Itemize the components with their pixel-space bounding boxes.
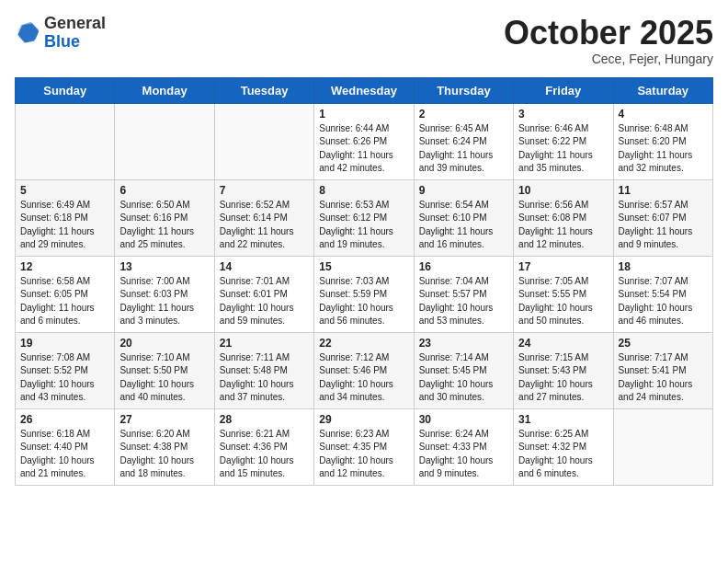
day-info: Sunrise: 6:24 AMSunset: 4:33 PMDaylight:… [419, 428, 508, 481]
col-header-tuesday: Tuesday [214, 77, 313, 103]
calendar-cell: 14Sunrise: 7:01 AMSunset: 6:01 PMDayligh… [214, 256, 313, 332]
logo-blue: Blue [44, 33, 106, 52]
day-number: 25 [619, 337, 708, 350]
calendar-cell: 1Sunrise: 6:44 AMSunset: 6:26 PMDaylight… [314, 103, 414, 179]
calendar-week-row: 5Sunrise: 6:49 AMSunset: 6:18 PMDaylight… [16, 179, 713, 256]
calendar-header-row: SundayMondayTuesdayWednesdayThursdayFrid… [16, 77, 713, 103]
col-header-wednesday: Wednesday [314, 77, 414, 103]
calendar-cell: 17Sunrise: 7:05 AMSunset: 5:55 PMDayligh… [514, 256, 613, 332]
calendar-cell: 29Sunrise: 6:23 AMSunset: 4:35 PMDayligh… [314, 408, 414, 485]
day-info: Sunrise: 7:14 AMSunset: 5:45 PMDaylight:… [419, 351, 508, 405]
day-number: 20 [119, 337, 209, 350]
day-info: Sunrise: 6:53 AMSunset: 6:12 PMDaylight:… [319, 199, 408, 252]
page-header: General Blue October 2025 Cece, Fejer, H… [15, 15, 713, 66]
day-number: 26 [20, 413, 109, 426]
day-number: 30 [419, 413, 508, 426]
day-info: Sunrise: 6:18 AMSunset: 4:40 PMDaylight:… [20, 428, 109, 481]
calendar-cell: 3Sunrise: 6:46 AMSunset: 6:22 PMDaylight… [514, 103, 613, 179]
day-number: 27 [119, 413, 209, 426]
calendar-table: SundayMondayTuesdayWednesdayThursdayFrid… [15, 77, 713, 486]
calendar-cell [613, 408, 712, 485]
day-number: 4 [619, 108, 708, 121]
calendar-cell [214, 103, 313, 179]
day-info: Sunrise: 6:45 AMSunset: 6:24 PMDaylight:… [419, 122, 508, 176]
calendar-cell: 31Sunrise: 6:25 AMSunset: 4:32 PMDayligh… [514, 408, 613, 485]
day-info: Sunrise: 6:21 AMSunset: 4:36 PMDaylight:… [220, 428, 309, 481]
calendar-cell: 27Sunrise: 6:20 AMSunset: 4:38 PMDayligh… [115, 408, 214, 485]
day-number: 5 [20, 184, 109, 197]
day-info: Sunrise: 6:56 AMSunset: 6:08 PMDaylight:… [518, 199, 608, 252]
day-info: Sunrise: 7:07 AMSunset: 5:54 PMDaylight:… [619, 275, 708, 328]
calendar-cell: 22Sunrise: 7:12 AMSunset: 5:46 PMDayligh… [314, 332, 414, 408]
day-number: 11 [619, 184, 708, 197]
day-info: Sunrise: 6:58 AMSunset: 6:05 PMDaylight:… [20, 275, 109, 328]
day-info: Sunrise: 6:57 AMSunset: 6:07 PMDaylight:… [619, 199, 708, 252]
day-info: Sunrise: 7:08 AMSunset: 5:52 PMDaylight:… [20, 351, 109, 405]
day-number: 29 [319, 413, 408, 426]
calendar-cell: 7Sunrise: 6:52 AMSunset: 6:14 PMDaylight… [214, 179, 313, 256]
col-header-thursday: Thursday [414, 77, 513, 103]
location-subtitle: Cece, Fejer, Hungary [504, 52, 713, 66]
day-number: 12 [20, 260, 109, 273]
calendar-cell: 2Sunrise: 6:45 AMSunset: 6:24 PMDaylight… [414, 103, 513, 179]
month-title: October 2025 [504, 15, 713, 52]
calendar-cell: 30Sunrise: 6:24 AMSunset: 4:33 PMDayligh… [414, 408, 513, 485]
day-number: 6 [119, 184, 209, 197]
calendar-cell: 15Sunrise: 7:03 AMSunset: 5:59 PMDayligh… [314, 256, 414, 332]
day-number: 1 [319, 108, 408, 121]
calendar-week-row: 1Sunrise: 6:44 AMSunset: 6:26 PMDaylight… [16, 103, 713, 179]
day-number: 13 [119, 260, 209, 273]
day-info: Sunrise: 6:52 AMSunset: 6:14 PMDaylight:… [220, 199, 309, 252]
day-info: Sunrise: 7:17 AMSunset: 5:41 PMDaylight:… [619, 351, 708, 405]
calendar-cell: 23Sunrise: 7:14 AMSunset: 5:45 PMDayligh… [414, 332, 513, 408]
calendar-cell: 20Sunrise: 7:10 AMSunset: 5:50 PMDayligh… [115, 332, 214, 408]
day-number: 2 [419, 108, 508, 121]
day-number: 16 [419, 260, 508, 273]
calendar-cell: 6Sunrise: 6:50 AMSunset: 6:16 PMDaylight… [115, 179, 214, 256]
col-header-friday: Friday [514, 77, 613, 103]
day-info: Sunrise: 6:48 AMSunset: 6:20 PMDaylight:… [619, 122, 708, 176]
day-number: 9 [419, 184, 508, 197]
day-number: 8 [319, 184, 408, 197]
day-info: Sunrise: 6:20 AMSunset: 4:38 PMDaylight:… [119, 428, 209, 481]
day-info: Sunrise: 6:46 AMSunset: 6:22 PMDaylight:… [518, 122, 608, 176]
logo-icon [15, 20, 40, 46]
day-number: 17 [518, 260, 608, 273]
day-info: Sunrise: 6:44 AMSunset: 6:26 PMDaylight:… [319, 122, 408, 176]
day-number: 19 [20, 337, 109, 350]
calendar-cell: 25Sunrise: 7:17 AMSunset: 5:41 PMDayligh… [613, 332, 712, 408]
day-info: Sunrise: 6:25 AMSunset: 4:32 PMDaylight:… [518, 428, 608, 481]
day-number: 31 [518, 413, 608, 426]
col-header-monday: Monday [115, 77, 214, 103]
calendar-cell: 5Sunrise: 6:49 AMSunset: 6:18 PMDaylight… [16, 179, 115, 256]
calendar-cell: 9Sunrise: 6:54 AMSunset: 6:10 PMDaylight… [414, 179, 513, 256]
calendar-cell [115, 103, 214, 179]
calendar-cell: 8Sunrise: 6:53 AMSunset: 6:12 PMDaylight… [314, 179, 414, 256]
logo-general: General [44, 15, 106, 33]
day-number: 15 [319, 260, 408, 273]
day-number: 23 [419, 337, 508, 350]
day-info: Sunrise: 7:10 AMSunset: 5:50 PMDaylight:… [119, 351, 209, 405]
col-header-sunday: Sunday [16, 77, 115, 103]
day-info: Sunrise: 7:01 AMSunset: 6:01 PMDaylight:… [220, 275, 309, 328]
calendar-cell: 26Sunrise: 6:18 AMSunset: 4:40 PMDayligh… [16, 408, 115, 485]
day-info: Sunrise: 7:15 AMSunset: 5:43 PMDaylight:… [518, 351, 608, 405]
calendar-cell [16, 103, 115, 179]
day-number: 10 [518, 184, 608, 197]
calendar-cell: 4Sunrise: 6:48 AMSunset: 6:20 PMDaylight… [613, 103, 712, 179]
day-number: 7 [220, 184, 309, 197]
day-number: 18 [619, 260, 708, 273]
day-info: Sunrise: 7:03 AMSunset: 5:59 PMDaylight:… [319, 275, 408, 328]
title-block: October 2025 Cece, Fejer, Hungary [504, 15, 713, 66]
calendar-cell: 18Sunrise: 7:07 AMSunset: 5:54 PMDayligh… [613, 256, 712, 332]
day-info: Sunrise: 7:05 AMSunset: 5:55 PMDaylight:… [518, 275, 608, 328]
calendar-week-row: 19Sunrise: 7:08 AMSunset: 5:52 PMDayligh… [16, 332, 713, 408]
calendar-week-row: 12Sunrise: 6:58 AMSunset: 6:05 PMDayligh… [16, 256, 713, 332]
calendar-cell: 16Sunrise: 7:04 AMSunset: 5:57 PMDayligh… [414, 256, 513, 332]
calendar-cell: 12Sunrise: 6:58 AMSunset: 6:05 PMDayligh… [16, 256, 115, 332]
day-info: Sunrise: 6:50 AMSunset: 6:16 PMDaylight:… [119, 199, 209, 252]
day-number: 3 [518, 108, 608, 121]
day-info: Sunrise: 7:04 AMSunset: 5:57 PMDaylight:… [419, 275, 508, 328]
day-info: Sunrise: 6:23 AMSunset: 4:35 PMDaylight:… [319, 428, 408, 481]
col-header-saturday: Saturday [613, 77, 712, 103]
